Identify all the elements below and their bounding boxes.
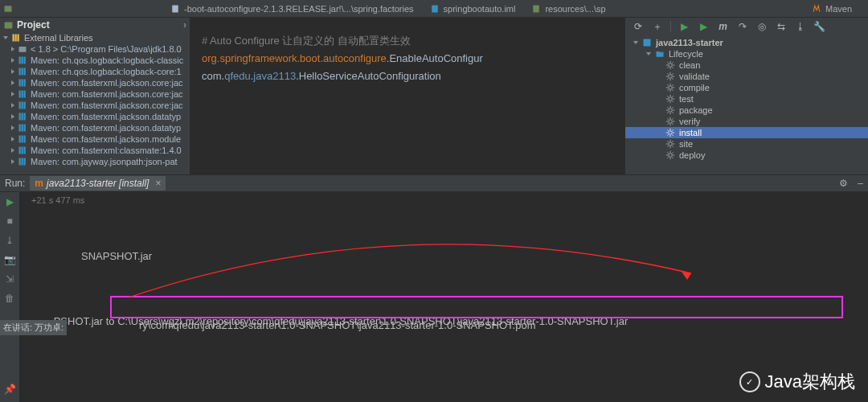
attach-icon[interactable]: ⤓ [3,234,16,247]
project-panel-header[interactable]: Project › [0,18,190,32]
project-title: Project [17,19,50,31]
editor-line: org.springframework.boot.autoconfigure.E… [202,50,618,68]
skip-icon[interactable]: ↷ [736,21,748,33]
chevron-right-icon [11,114,14,119]
editor-tab-2[interactable]: resources\...\sp [523,2,613,16]
library-icon [18,67,27,76]
gear-icon [665,117,675,126]
editor-line: # Auto Configure 让自定义的 自动配置类生效 [202,32,618,50]
trash-icon[interactable]: 🗑 [3,292,16,305]
svg-rect-18 [19,91,21,98]
editor-tabstrip: -boot-autoconfigure-2.1.3.RELEASE.jar!\.… [0,0,868,18]
refresh-icon[interactable]: ⟳ [632,21,644,33]
console-line: SNAPSHOT.jar [81,250,152,262]
editor-area[interactable]: # Auto Configure 让自定义的 自动配置类生效 org.sprin… [190,18,624,174]
gear-icon [665,94,675,104]
run-tab-label: java2113-starter [install] [47,178,149,189]
tab-label: resources\...\sp [545,4,605,14]
minimize-icon[interactable]: – [858,178,863,189]
watermark-text: Java架构栈 [765,370,855,394]
camera-icon[interactable]: 📷 [3,253,16,266]
editor-tab-0[interactable]: -boot-autoconfigure-2.1.3.RELEASE.jar!\.… [162,2,422,16]
rerun-icon[interactable]: ▶ [3,195,16,208]
maven-goal-compile[interactable]: compile [625,82,868,93]
run-tab[interactable]: m java2113-starter [install] × [30,176,166,191]
external-libraries-node[interactable]: External Libraries [0,32,190,43]
maven-lifecycle-node[interactable]: Lifecycle [625,48,868,59]
maven-goal-clean[interactable]: clean [625,59,868,71]
download-icon[interactable]: ⭳ [794,21,806,33]
maven-goal-verify[interactable]: verify [625,116,868,127]
maven-goal-deploy[interactable]: deploy [625,150,868,161]
svg-rect-6 [15,35,17,42]
m-icon[interactable]: m [717,21,729,33]
node-label: External Libraries [24,33,93,43]
svg-rect-12 [19,68,21,76]
project-icon [3,4,13,14]
chevron-right-icon[interactable]: › [183,19,186,31]
close-icon[interactable]: × [155,178,161,189]
presenter-badge: 在讲话: 万功卓: [0,320,67,335]
svg-rect-0 [5,6,12,12]
gear-icon [665,72,675,81]
maven-tree[interactable]: java2113-starter Lifecycle clean validat… [625,35,868,174]
wrench-icon[interactable]: 🔧 [813,21,825,33]
library-icon [18,157,27,166]
library-node[interactable]: Maven: com.fasterxml.jackson.core:jac [0,88,190,100]
run-label: Run: [5,178,25,189]
library-node[interactable]: Maven: ch.qos.logback:logback-classic [0,55,190,66]
library-node[interactable]: Maven: com.fasterxml.jackson.datatyp [0,122,190,133]
maven-tool-tab[interactable]: Maven [804,2,868,16]
gear-icon [665,60,675,70]
node-label: Maven: com.fasterxml.jackson.module [31,134,181,144]
svg-rect-34 [22,147,23,154]
gear-icon [665,128,675,137]
library-icon [11,33,21,43]
maven-goal-validate[interactable]: validate [625,71,868,82]
run-icon[interactable]: ▶ [678,21,690,33]
library-node[interactable]: Maven: com.fasterxml.jackson.datatyp [0,111,190,122]
maven-goal-install[interactable]: install [625,127,868,138]
gear-icon[interactable]: ⚙ [839,178,848,189]
node-label: Maven: com.fasterxml.jackson.datatyp [31,112,181,121]
file-icon [170,4,180,14]
maven-goal-package[interactable]: package [625,105,868,116]
node-label: < 1.8 > C:\Program Files\Java\jdk1.8.0 [31,44,182,54]
editor-tab-1[interactable]: springbootauto.iml [422,2,524,16]
library-icon [18,78,27,88]
svg-rect-7 [18,35,19,42]
project-tool-tab[interactable] [0,2,18,16]
chevron-down-icon [633,41,638,44]
class-text: .EnableAutoConfigur [387,52,483,64]
target-icon[interactable]: ◎ [755,21,768,33]
module-label: java2113-starter [656,38,723,47]
jdk-node[interactable]: < 1.8 > C:\Program Files\Java\jdk1.8.0 [0,43,190,55]
library-node[interactable]: Maven: com.jayway.jsonpath:json-pat [0,156,190,167]
svg-point-44 [669,109,673,113]
maven-goal-site[interactable]: site [625,138,868,150]
svg-rect-32 [24,136,26,143]
chevron-right-icon [11,47,14,51]
stop-icon[interactable]: ■ [3,215,16,228]
project-tree[interactable]: External Libraries < 1.8 > C:\Program Fi… [0,32,190,174]
maven-module-node[interactable]: java2113-starter [625,37,868,48]
library-node[interactable]: Maven: com.fasterxml.jackson.core:jac [0,100,190,111]
run-icon[interactable]: ▶ [698,21,710,33]
goal-label: site [679,139,693,149]
svg-rect-1 [172,5,178,12]
pin-icon[interactable]: 📌 [3,383,16,396]
export-icon[interactable]: ⇲ [3,273,16,285]
svg-rect-23 [24,102,26,109]
layout-icon[interactable]: ⇆ [775,21,787,33]
library-node[interactable]: Maven: com.fasterxml.jackson.core:jac [0,77,190,88]
lifecycle-label: Lifecycle [669,49,703,59]
svg-rect-21 [19,102,21,109]
library-node[interactable]: Maven: com.fasterxml.jackson.module [0,133,190,145]
library-node[interactable]: Maven: com.fasterxml:classmate:1.4.0 [0,145,190,156]
maven-goal-test[interactable]: test [625,93,868,105]
library-node[interactable]: Maven: ch.qos.logback:logback-core:1 [0,66,190,77]
add-icon[interactable]: ＋ [651,21,663,33]
svg-rect-16 [22,80,23,87]
node-label: Maven: com.fasterxml.jackson.core:jac [31,100,183,110]
svg-rect-26 [24,113,26,121]
